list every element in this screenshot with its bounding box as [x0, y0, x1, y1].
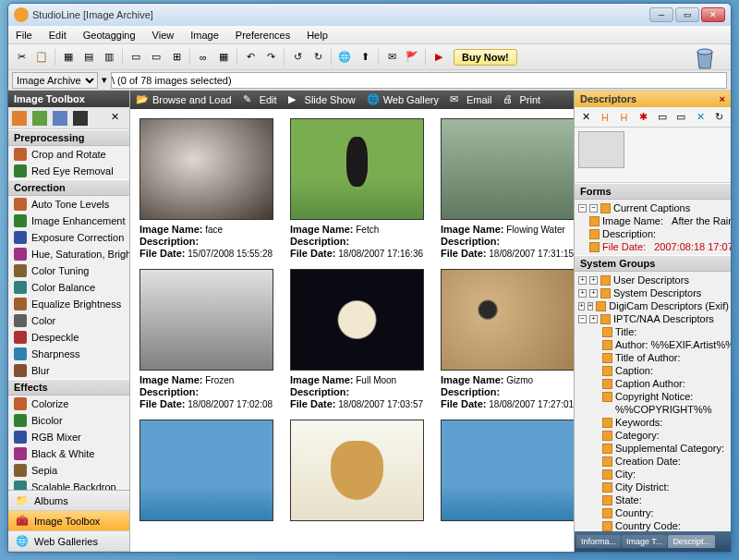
tree-node[interactable]: ++System Descriptors: [576, 286, 729, 299]
tool-sepia[interactable]: Sepia: [8, 462, 129, 479]
tool2-icon[interactable]: [32, 111, 47, 126]
menu-help[interactable]: Help: [303, 28, 332, 43]
thumbnail[interactable]: [441, 269, 574, 371]
expand-icon[interactable]: +: [589, 315, 598, 323]
preview-thumb[interactable]: [578, 131, 624, 168]
browse-load-button[interactable]: 📂Browse and Load: [136, 93, 232, 106]
upload-icon[interactable]: ⬆: [356, 48, 374, 67]
mail-icon[interactable]: ✉: [382, 48, 401, 67]
maximize-button[interactable]: ▭: [675, 7, 699, 22]
tool-despeckle[interactable]: Despeckle: [8, 329, 129, 346]
expand-icon[interactable]: +: [588, 302, 594, 310]
path-input[interactable]: [111, 72, 727, 89]
menu-geotagging[interactable]: Geotagging: [79, 28, 139, 43]
grid-icon[interactable]: ▦: [214, 48, 233, 67]
undo-icon[interactable]: ↶: [241, 48, 260, 67]
gallery-item[interactable]: [290, 420, 424, 521]
menu-image[interactable]: Image: [187, 28, 223, 43]
rtab-descript[interactable]: Descript...: [668, 535, 715, 548]
tree-leaf[interactable]: City:: [576, 468, 729, 481]
redo-icon[interactable]: ↷: [261, 48, 280, 67]
collapse-icon[interactable]: −: [578, 204, 587, 213]
r-tool5-icon[interactable]: ▭: [655, 108, 671, 127]
r-tool4-icon[interactable]: ✱: [636, 108, 651, 127]
r-tool2-icon[interactable]: H: [598, 108, 613, 127]
layout2-icon[interactable]: ▭: [147, 48, 165, 67]
tool-sharpness[interactable]: Sharpness: [8, 346, 129, 362]
tool-list[interactable]: Preprocessing Crop and RotateRed Eye Rem…: [8, 129, 129, 490]
tree-node[interactable]: ++DigiCam Descriptors (Exif): [576, 299, 729, 312]
thumbnail[interactable]: [290, 420, 424, 521]
tree-leaf[interactable]: Country:: [576, 506, 729, 519]
tree-leaf[interactable]: Title of Author:: [576, 351, 729, 364]
webgallery-button[interactable]: 🌐Web Gallery: [367, 93, 439, 106]
r-tool7-icon[interactable]: ✕: [693, 108, 709, 127]
view3-icon[interactable]: ▥: [100, 48, 118, 67]
tool-exposure-correction[interactable]: Exposure Correction: [8, 229, 129, 246]
flag-icon[interactable]: 🚩: [403, 48, 421, 67]
rotate-left-icon[interactable]: ↺: [288, 48, 307, 67]
r-tool8-icon[interactable]: ↻: [711, 108, 727, 127]
rtab-imaget[interactable]: Image T...: [622, 535, 667, 548]
menu-preferences[interactable]: Preferences: [232, 28, 294, 43]
tool-rgb-mixer[interactable]: RGB Mixer: [8, 429, 129, 445]
copy-icon[interactable]: 📋: [32, 48, 51, 67]
close-button[interactable]: ✕: [701, 7, 725, 22]
collapse-icon[interactable]: −: [589, 204, 598, 213]
tree-leaf[interactable]: Copyright Notice:: [576, 390, 729, 403]
edit-button[interactable]: ✎Edit: [243, 93, 277, 106]
tool-color-tuning[interactable]: Color Tuning: [8, 262, 129, 279]
rotate-right-icon[interactable]: ↻: [309, 48, 327, 67]
thumbnail[interactable]: [139, 118, 273, 220]
view-icon[interactable]: ▦: [59, 48, 78, 67]
tab-image-toolbox[interactable]: 🧰Image Toolbox: [8, 511, 129, 531]
layout-icon[interactable]: ▭: [127, 48, 145, 67]
view2-icon[interactable]: ▤: [79, 48, 98, 67]
titlebar[interactable]: StudioLine [Image Archive] ─ ▭ ✕: [8, 4, 731, 26]
tool3-icon[interactable]: [53, 111, 67, 126]
r-tool3-icon[interactable]: H: [616, 108, 632, 127]
tree-leaf[interactable]: Keywords:: [576, 416, 729, 429]
menu-view[interactable]: View: [149, 28, 178, 43]
tree-leaf[interactable]: Category:: [576, 429, 729, 442]
tree-leaf[interactable]: City District:: [576, 481, 729, 493]
thumbnail[interactable]: [139, 269, 273, 371]
gallery-item[interactable]: Image Name: FetchDescription:File Date: …: [290, 118, 424, 260]
image-gallery[interactable]: Image Name: faceDescription:File Date: 1…: [130, 109, 574, 552]
system-groups-tree[interactable]: ++User Descriptors++System Descriptors++…: [575, 272, 731, 531]
trash-icon[interactable]: [690, 43, 720, 72]
tool4-icon[interactable]: [73, 111, 88, 126]
gallery-item[interactable]: Image Name: GizmoDescription:File Date: …: [441, 269, 574, 410]
r-tool1-icon[interactable]: ✕: [578, 108, 594, 127]
expand-icon[interactable]: +: [578, 276, 587, 285]
thumbnail[interactable]: [441, 118, 574, 220]
tree-leaf[interactable]: Author: %%EXIF.Artist%%: [576, 338, 729, 351]
tool-red-eye-removal[interactable]: Red Eye Removal: [8, 163, 129, 179]
layout3-icon[interactable]: ⊞: [167, 48, 186, 67]
tree-leaf[interactable]: Creation Date:: [576, 455, 729, 468]
thumbnail[interactable]: [290, 269, 424, 371]
tool-black-white[interactable]: Black & White: [8, 445, 129, 462]
thumbnail[interactable]: [139, 420, 273, 521]
tool-image-enhancement[interactable]: Image Enhancement: [8, 213, 129, 229]
gallery-item[interactable]: Image Name: faceDescription:File Date: 1…: [139, 118, 273, 260]
print-button[interactable]: 🖨Print: [503, 93, 540, 106]
expand-icon[interactable]: +: [589, 276, 598, 285]
close-icon[interactable]: ×: [720, 93, 725, 104]
gallery-item[interactable]: Image Name: FrozenDescription:File Date:…: [139, 269, 273, 410]
tool-equalize-brightness[interactable]: Equalize Brightness: [8, 296, 129, 312]
gallery-item[interactable]: Image Name: Flowing WaterDescription:Fil…: [441, 118, 574, 260]
tool-blur[interactable]: Blur: [8, 362, 129, 379]
tab-albums[interactable]: 📁Albums: [8, 491, 129, 511]
link-icon[interactable]: ∞: [194, 48, 212, 67]
menu-edit[interactable]: Edit: [45, 28, 70, 43]
slideshow-button[interactable]: ▶Slide Show: [288, 93, 356, 106]
tool-color-balance[interactable]: Color Balance: [8, 279, 129, 296]
tool-hue-saturation-brightness[interactable]: Hue, Saturation, Brightness: [8, 246, 129, 262]
gallery-item[interactable]: [441, 420, 574, 521]
tool1-icon[interactable]: [12, 111, 27, 126]
tree-leaf[interactable]: Title:: [576, 325, 729, 338]
tool-crop-and-rotate[interactable]: Crop and Rotate: [8, 146, 129, 163]
gallery-item[interactable]: Image Name: Full MoonDescription:File Da…: [290, 269, 424, 410]
globe-icon[interactable]: 🌐: [335, 48, 354, 67]
